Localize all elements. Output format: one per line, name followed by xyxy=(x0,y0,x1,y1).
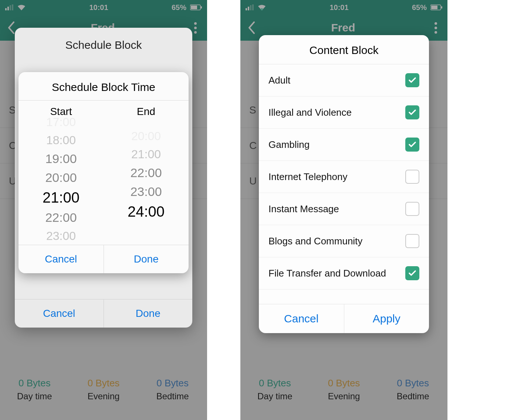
end-wheel[interactable]: 20:00 21:00 22:00 23:00 24:00 xyxy=(104,123,189,234)
content-apply-button[interactable]: Apply xyxy=(344,304,429,333)
phone-right: S C U 0 Bytes Day time 0 Bytes Evening 0… xyxy=(240,0,447,420)
checkbox[interactable] xyxy=(405,138,419,152)
content-row[interactable]: Blogs and Community xyxy=(259,225,429,257)
checkbox[interactable] xyxy=(405,105,419,119)
start-time-column[interactable]: Start 17:00 18:00 19:00 20:00 21:00 22:0… xyxy=(18,101,104,245)
phone-left: S C U 0 Bytes Day time 0 Bytes Evening 0… xyxy=(0,0,207,420)
content-cancel-button[interactable]: Cancel xyxy=(259,304,344,333)
content-row-label: Gambling xyxy=(268,139,310,150)
checkbox[interactable] xyxy=(405,73,419,87)
picker-done-button[interactable]: Done xyxy=(104,245,189,273)
content-list[interactable]: AdultIllegal and ViolenceGamblingInterne… xyxy=(259,64,429,304)
start-selected: 21:00 xyxy=(43,187,80,208)
content-row[interactable]: File Transfer and Download xyxy=(259,257,429,289)
content-row[interactable]: Gambling xyxy=(259,129,429,161)
checkbox[interactable] xyxy=(405,170,419,184)
content-row-label: File Transfer and Download xyxy=(268,268,386,279)
end-selected: 24:00 xyxy=(128,201,165,222)
checkbox[interactable] xyxy=(405,234,419,248)
content-row-label: Blogs and Community xyxy=(268,236,362,247)
end-time-column[interactable]: End 20:00 21:00 22:00 23:00 24:00 xyxy=(104,101,189,245)
content-block-sheet: Content Block AdultIllegal and ViolenceG… xyxy=(259,35,429,333)
content-block-title: Content Block xyxy=(259,35,429,64)
sheet-done-button[interactable]: Done xyxy=(104,299,193,328)
start-wheel[interactable]: 17:00 18:00 19:00 20:00 21:00 22:00 23:0… xyxy=(18,123,104,234)
content-row[interactable]: Adult xyxy=(259,64,429,96)
content-row-label: Internet Telephony xyxy=(268,171,347,183)
sheet-title: Schedule Block xyxy=(15,28,192,62)
picker-title: Schedule Block Time xyxy=(18,72,189,101)
time-picker-sheet: Schedule Block Time Start 17:00 18:00 19… xyxy=(18,72,189,273)
content-row[interactable]: Instant Message xyxy=(259,193,429,225)
end-label: End xyxy=(137,106,155,118)
content-row-label: Illegal and Violence xyxy=(268,107,352,118)
content-row[interactable]: Illegal and Violence xyxy=(259,96,429,129)
picker-cancel-button[interactable]: Cancel xyxy=(18,245,104,273)
sheet-cancel-button[interactable]: Cancel xyxy=(15,299,104,328)
content-row[interactable]: Internet Telephony xyxy=(259,161,429,193)
checkbox[interactable] xyxy=(405,266,419,280)
content-row-label: Adult xyxy=(268,75,290,86)
checkbox[interactable] xyxy=(405,202,419,216)
content-row-label: Instant Message xyxy=(268,203,339,215)
